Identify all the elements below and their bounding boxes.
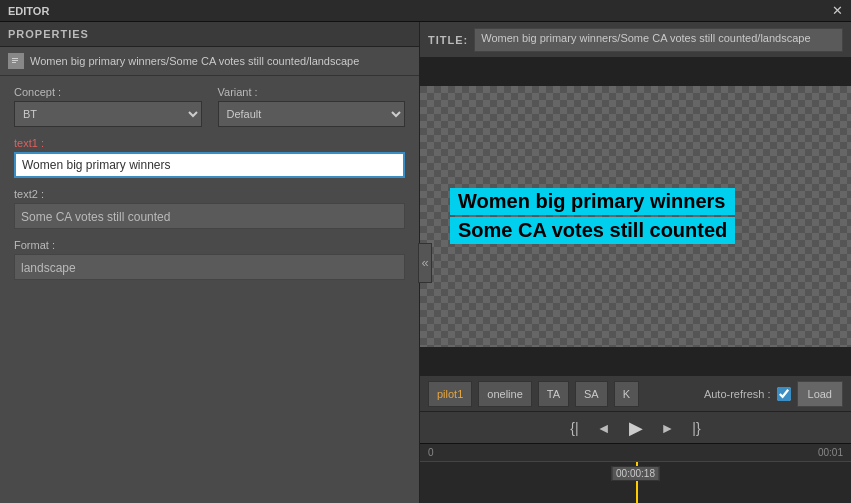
ta-button[interactable]: TA — [538, 381, 569, 407]
sa-button[interactable]: SA — [575, 381, 608, 407]
go-end-button[interactable]: |} — [688, 418, 704, 438]
load-button[interactable]: Load — [797, 381, 843, 407]
prev-icon: ◄ — [597, 420, 611, 436]
title-bar: EDITOR ✕ — [0, 0, 851, 22]
timecode-label: 00:00:18 — [611, 466, 660, 481]
prev-button[interactable]: ◄ — [593, 418, 615, 438]
text2-value[interactable]: Some CA votes still counted — [14, 203, 405, 229]
title-row: TITLE: Women big primary winners/Some CA… — [420, 22, 851, 58]
text2-row: text2 : Some CA votes still counted — [14, 188, 405, 229]
format-value: landscape — [14, 254, 405, 280]
variant-group: Variant : Default — [218, 86, 406, 127]
svg-rect-1 — [12, 58, 18, 59]
preview-area: Women big primary winners Some CA votes … — [420, 58, 851, 375]
text1-row: text1 : — [14, 137, 405, 178]
transport-bar: {| ◄ ▶ ► |} — [420, 411, 851, 443]
close-button[interactable]: ✕ — [832, 4, 843, 17]
main-layout: PROPERTIES Women big primary winners/Som… — [0, 22, 851, 503]
concept-label: Concept : — [14, 86, 202, 98]
svg-rect-2 — [12, 60, 18, 61]
concept-group: Concept : BT — [14, 86, 202, 127]
properties-header: PROPERTIES — [0, 22, 419, 47]
window-title: EDITOR — [8, 5, 49, 17]
overlay-text1: Women big primary winners — [450, 188, 735, 215]
collapse-button[interactable]: « — [418, 243, 432, 283]
timeline-ruler: 0 00:01 — [420, 444, 851, 462]
left-panel: PROPERTIES Women big primary winners/Som… — [0, 22, 420, 503]
next-icon: ► — [661, 420, 675, 436]
time-start: 0 — [428, 447, 434, 458]
variant-label: Variant : — [218, 86, 406, 98]
title-field-label: TITLE: — [428, 34, 468, 46]
concept-select[interactable]: BT — [14, 101, 202, 127]
go-end-icon: |} — [692, 420, 700, 436]
file-icon — [8, 53, 24, 69]
file-row: Women big primary winners/Some CA votes … — [0, 47, 419, 76]
auto-refresh-label: Auto-refresh : — [704, 388, 771, 400]
controls-bar: pilot1 oneline TA SA K Auto-refresh : Lo… — [420, 375, 851, 411]
play-icon: ▶ — [629, 417, 643, 439]
next-button[interactable]: ► — [657, 418, 679, 438]
playhead-container[interactable]: 00:00:18 — [420, 462, 851, 503]
text1-input[interactable] — [14, 152, 405, 178]
oneline-button[interactable]: oneline — [478, 381, 531, 407]
svg-rect-3 — [12, 62, 16, 63]
pilot1-button[interactable]: pilot1 — [428, 381, 472, 407]
concept-variant-row: Concept : BT Variant : Default — [14, 86, 405, 127]
auto-refresh-checkbox-wrapper — [777, 387, 791, 401]
title-value: Women big primary winners/Some CA votes … — [474, 28, 843, 52]
time-end: 00:01 — [818, 447, 843, 458]
variant-select[interactable]: Default — [218, 101, 406, 127]
auto-refresh-checkbox[interactable] — [777, 387, 791, 401]
go-start-button[interactable]: {| — [566, 418, 582, 438]
text2-label: text2 : — [14, 188, 405, 200]
text1-label: text1 : — [14, 137, 405, 149]
format-label: Format : — [14, 239, 405, 251]
go-start-icon: {| — [570, 420, 578, 436]
k-button[interactable]: K — [614, 381, 639, 407]
right-panel: TITLE: Women big primary winners/Some CA… — [420, 22, 851, 503]
form-area: Concept : BT Variant : Default text1 : — [0, 76, 419, 503]
file-label: Women big primary winners/Some CA votes … — [30, 55, 359, 67]
text-overlay: Women big primary winners Some CA votes … — [450, 188, 735, 246]
preview-bottom-bar — [420, 347, 851, 375]
overlay-text2: Some CA votes still counted — [450, 217, 735, 244]
play-button[interactable]: ▶ — [625, 415, 647, 441]
timeline-area: 0 00:01 00:00:18 — [420, 443, 851, 503]
format-row: Format : landscape — [14, 239, 405, 280]
preview-top-bar — [420, 58, 851, 86]
